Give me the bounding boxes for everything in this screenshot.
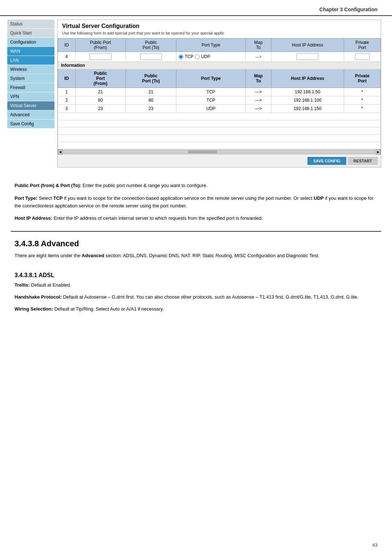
row3-type: UDP: [176, 105, 245, 113]
empty-row: [58, 135, 381, 142]
row3-map: --->: [246, 105, 271, 113]
description-area: Public Port (from) & Port (To): Enter th…: [0, 175, 392, 231]
private-port-input[interactable]: [355, 53, 369, 60]
sidebar-item-virtual-server[interactable]: Virtual Server: [7, 101, 54, 110]
restart-button[interactable]: RESTART: [348, 157, 378, 165]
desc-port-type-text: Select TCP if you want to scope for the …: [15, 195, 373, 208]
advanced-section-heading: 3.4.3.8 Advanced: [0, 232, 392, 252]
bottom-buttons-bar: SAVE CONFIG RESTART: [58, 154, 381, 167]
empty-row: [58, 142, 381, 149]
data-th-public-from: PublicPort(From): [75, 69, 126, 88]
row2-id: 2: [58, 96, 75, 105]
row3-to: 23: [126, 105, 176, 113]
adsl-subsection-heading: 3.4.3.8.1 ADSL: [0, 268, 392, 281]
port-type-radio-group: TCP UDP: [179, 54, 243, 59]
sidebar-item-quick-start[interactable]: Quick Start: [7, 29, 54, 37]
trellis-para: Trellis: Default at Enabled.: [15, 281, 377, 289]
desc-public-port: Public Port (from) & Port (To): Enter th…: [15, 182, 377, 190]
handshake-para: Handshake Protocol: Default at Autosense…: [15, 293, 377, 301]
data-th-host-ip: Host IP Address: [271, 69, 344, 88]
sidebar-item-advanced[interactable]: Advanced: [7, 110, 54, 119]
panel-title: Virtual Server Configuration: [58, 20, 381, 31]
sidebar-item-status[interactable]: Status: [7, 20, 54, 28]
trellis-text: Default at Enabled.: [31, 282, 72, 288]
sidebar-item-save-config[interactable]: Save Config: [7, 119, 54, 128]
chapter-title: Chapter 3 Configuration: [319, 7, 377, 12]
input-public-from-cell: [75, 52, 126, 62]
sidebar-item-configuration[interactable]: Configuration: [7, 38, 54, 46]
map-to-arrow: --->: [255, 54, 261, 59]
empty-row: [58, 113, 381, 120]
empty-row: [58, 120, 381, 127]
input-table: ID Public Port(From) PublicPort (To) Por…: [58, 38, 381, 149]
sidebar-item-system[interactable]: System: [7, 74, 54, 83]
sidebar-item-wan[interactable]: WAN: [7, 47, 54, 56]
row1-to: 21: [126, 88, 176, 96]
tcp-radio[interactable]: [179, 54, 183, 59]
desc-host-ip: Host IP Address: Enter the IP address of…: [15, 215, 377, 222]
row2-from: 80: [75, 96, 126, 105]
scroll-left-arrow[interactable]: ◀: [58, 149, 63, 154]
page-number: 43: [372, 542, 377, 548]
input-public-to-cell: [126, 52, 176, 62]
input-map-to-cell: --->: [246, 52, 271, 62]
row1-host: 192.168.1.50: [271, 88, 344, 96]
table-row: 2 80 80 TCP ---> 192.168.1.100 *: [58, 96, 381, 105]
data-th-port-type: Port Type: [176, 69, 245, 88]
save-config-button[interactable]: SAVE CONFIG: [307, 157, 346, 165]
wiring-para: Wiring Selection: Default at Tip/Ring. S…: [15, 305, 377, 313]
public-from-input[interactable]: [90, 53, 111, 60]
page-container: Chapter 3 Configuration Status Quick Sta…: [0, 0, 392, 555]
main-panel: Virtual Server Configuration Use the fol…: [57, 20, 381, 167]
data-table-header-row: ID PublicPort(From) PublicPort (To) Port…: [58, 69, 381, 88]
th-id: ID: [58, 39, 75, 52]
th-map-to: MapTo: [246, 39, 271, 52]
information-row: Information: [58, 62, 381, 69]
row1-type: TCP: [176, 88, 245, 96]
th-public-to: PublicPort (To): [126, 39, 176, 52]
table-row: 1 21 21 TCP ---> 192.168.1.50 *: [58, 88, 381, 96]
content-wrapper: Status Quick Start Configuration WAN LAN…: [0, 16, 392, 175]
public-to-input[interactable]: [140, 53, 162, 60]
horizontal-scrollbar[interactable]: ◀ ▶: [58, 149, 381, 154]
th-public-from: Public Port(From): [75, 39, 126, 52]
input-port-type-cell: TCP UDP: [176, 52, 245, 62]
sidebar-item-lan[interactable]: LAN: [7, 56, 54, 65]
input-host-ip-cell: [271, 52, 344, 62]
scroll-thumb[interactable]: [188, 150, 217, 153]
data-th-private-port: PrivatePort: [344, 69, 380, 88]
wiring-text: Default at Tip/Ring. Select Auto or A/A1…: [54, 306, 164, 312]
row2-type: TCP: [176, 96, 245, 105]
sidebar-item-wireless[interactable]: Wireless: [7, 65, 54, 74]
sidebar-item-firewall[interactable]: Firewall: [7, 83, 54, 92]
advanced-intro-bold: Advanced: [82, 253, 104, 258]
adsl-content: Trellis: Default at Enabled. Handshake P…: [0, 281, 392, 321]
panel-subtitle: Use the following form to add special po…: [58, 31, 381, 38]
udp-radio[interactable]: [195, 54, 200, 59]
input-row: 4 TCP UDP: [58, 52, 381, 62]
table-row: 3 23 23 UDP ---> 192.168.1.150 *: [58, 105, 381, 113]
desc-port-type: Port Type: Select TCP if you want to sco…: [15, 195, 377, 210]
advanced-intro: There are eight items under the Advanced…: [0, 252, 392, 268]
information-label: Information: [58, 62, 381, 69]
row3-host: 192.168.1.150: [271, 105, 344, 113]
advanced-intro-text: There are eight items under the Advanced…: [15, 252, 377, 260]
host-ip-input[interactable]: [297, 53, 318, 60]
row2-map: --->: [246, 96, 271, 105]
input-private-port-cell: [344, 52, 380, 62]
desc-port-type-bold: Port Type:: [15, 195, 37, 201]
handshake-text: Default at Autosense – G.dmt first. You …: [63, 294, 359, 300]
data-th-public-to: PublicPort (To): [126, 69, 176, 88]
row1-priv: *: [344, 88, 380, 96]
wiring-bold: Wiring Selection:: [15, 306, 53, 312]
th-port-type: Port Type: [176, 39, 245, 52]
th-host-ip: Host IP Address: [271, 39, 344, 52]
sidebar-item-vpn[interactable]: VPN: [7, 92, 54, 101]
chapter-header: Chapter 3 Configuration: [0, 0, 392, 16]
scroll-right-arrow[interactable]: ▶: [376, 149, 381, 154]
data-th-id: ID: [58, 69, 75, 88]
desc-host-ip-text: Enter the IP address of certain internal…: [54, 215, 263, 221]
sidebar: Status Quick Start Configuration WAN LAN…: [7, 20, 54, 167]
row1-from: 21: [75, 88, 126, 96]
handshake-bold: Handshake Protocol:: [15, 294, 62, 300]
